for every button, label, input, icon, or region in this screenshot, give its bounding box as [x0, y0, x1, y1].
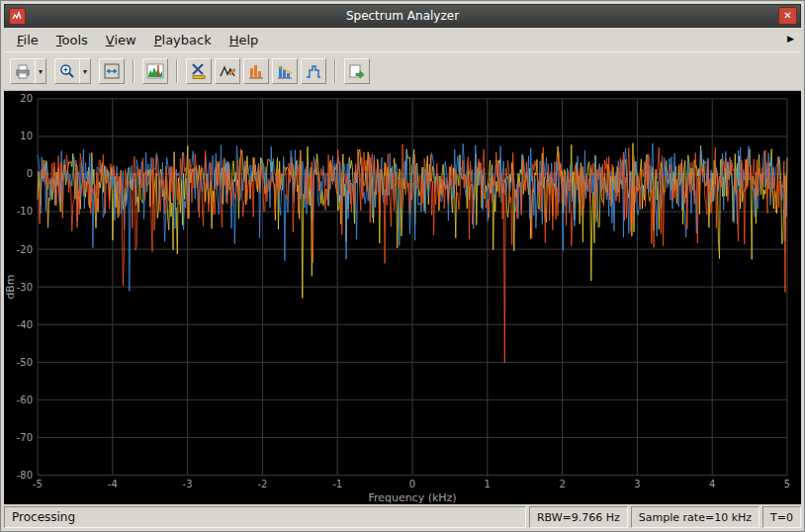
- menu-view[interactable]: View: [97, 30, 145, 50]
- toolbar: ▾ ▾: [4, 51, 801, 91]
- svg-text:0: 0: [27, 169, 33, 180]
- svg-text:5: 5: [784, 479, 790, 489]
- print-dropdown-button[interactable]: ▾: [35, 58, 46, 84]
- svg-text:4: 4: [709, 479, 715, 489]
- svg-text:-70: -70: [17, 432, 33, 443]
- menu-playback[interactable]: Playback: [145, 30, 221, 50]
- menubar: File Tools View Playback Help ▶: [4, 28, 801, 51]
- plot-panel: -5-4-3-2-101234520100-10-20-30-40-50-60-…: [4, 91, 801, 504]
- cursor-measurements-button[interactable]: [186, 58, 212, 84]
- fit-to-view-button[interactable]: [99, 58, 125, 84]
- spectrum-plot[interactable]: -5-4-3-2-101234520100-10-20-30-40-50-60-…: [4, 91, 801, 504]
- svg-text:-40: -40: [17, 319, 33, 330]
- fit-to-view-icon: [103, 62, 121, 80]
- svg-text:dBm: dBm: [4, 275, 17, 300]
- svg-text:-20: -20: [17, 244, 33, 255]
- svg-text:2: 2: [559, 479, 565, 489]
- ccdf-histogram-icon: [247, 62, 265, 80]
- playback-export-button[interactable]: [344, 58, 370, 84]
- menu-tools[interactable]: Tools: [47, 30, 97, 50]
- svg-text:10: 10: [20, 131, 33, 141]
- svg-text:-30: -30: [17, 282, 33, 293]
- window-title: Spectrum Analyzer: [5, 9, 800, 23]
- zoom-dropdown-button[interactable]: ▾: [79, 58, 91, 84]
- svg-text:-3: -3: [183, 479, 193, 489]
- titlebar[interactable]: Spectrum Analyzer ✕: [4, 4, 801, 28]
- svg-text:-50: -50: [17, 357, 33, 368]
- status-time: T=0: [762, 506, 801, 528]
- peak-finder-button[interactable]: [215, 58, 240, 84]
- magnifier-icon: [58, 62, 76, 80]
- svg-text:0: 0: [409, 479, 415, 489]
- svg-text:-5: -5: [33, 479, 43, 489]
- spectrum-settings-button[interactable]: [142, 58, 168, 84]
- close-icon[interactable]: ✕: [778, 7, 797, 25]
- svg-text:-60: -60: [17, 395, 33, 405]
- toolbar-separator: [334, 59, 336, 83]
- svg-text:-2: -2: [257, 479, 267, 489]
- statusbar: Processing RBW=9.766 Hz Sample rate=10 k…: [4, 506, 801, 528]
- svg-text:Frequency (kHz): Frequency (kHz): [368, 491, 456, 504]
- print-button[interactable]: [10, 58, 36, 84]
- export-icon: [348, 62, 366, 80]
- cursor-measurements-icon: [190, 62, 208, 80]
- toolbar-separator: [133, 59, 134, 83]
- status-processing: Processing: [4, 506, 526, 528]
- svg-text:3: 3: [634, 479, 640, 489]
- spectral-mask-icon: [305, 62, 322, 80]
- status-sample-rate: Sample rate=10 kHz: [631, 506, 760, 528]
- svg-text:-10: -10: [17, 207, 33, 218]
- peak-finder-icon: [219, 62, 236, 80]
- toolbar-separator: [176, 59, 178, 83]
- zoom-in-button[interactable]: [54, 58, 80, 84]
- status-rbw: RBW=9.766 Hz: [529, 506, 628, 528]
- svg-text:20: 20: [20, 93, 33, 104]
- ccdf-measurements-button[interactable]: [243, 58, 269, 84]
- spectrum-settings-icon: [146, 62, 164, 80]
- svg-text:1: 1: [485, 479, 491, 489]
- menu-help[interactable]: Help: [221, 30, 268, 50]
- printer-icon: [14, 62, 32, 80]
- svg-text:-1: -1: [332, 479, 342, 489]
- spectrum-analyzer-window: Spectrum Analyzer ✕ File Tools View Play…: [0, 0, 805, 532]
- menu-file[interactable]: File: [8, 30, 47, 50]
- spectral-mask-button[interactable]: [301, 58, 326, 84]
- distortion-histogram-icon: [276, 62, 294, 80]
- menubar-overflow-arrow-icon[interactable]: ▶: [787, 35, 794, 44]
- svg-text:-80: -80: [17, 470, 33, 481]
- distortion-measurements-button[interactable]: [272, 58, 298, 84]
- svg-text:-4: -4: [108, 479, 118, 489]
